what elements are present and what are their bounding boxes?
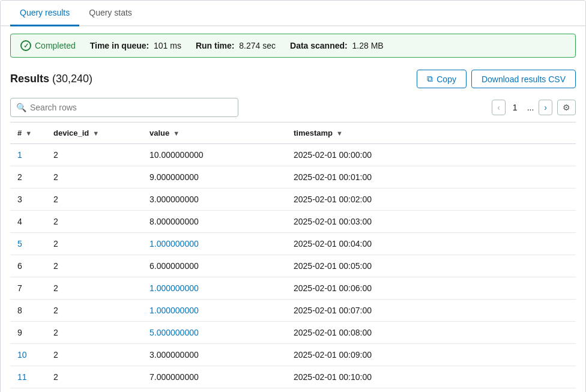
cell-device-id: 2 [46, 188, 142, 211]
sort-icon-device-id[interactable]: ▼ [92, 130, 99, 137]
run-time-label: Run time: [196, 41, 235, 50]
page-ellipsis: ... [525, 100, 537, 115]
data-scanned-value: 1.28 MB [352, 41, 384, 50]
value-link[interactable]: 5.000000000 [150, 328, 199, 337]
table-row: 2 2 9.000000000 2025-02-01 00:01:00 [10, 166, 576, 188]
value-link[interactable]: 1.000000000 [150, 239, 199, 249]
status-label: Completed [35, 41, 76, 50]
results-header: Results (30,240) ⧉ Copy Download results… [1, 65, 585, 93]
table-row: 1 2 10.000000000 2025-02-01 00:00:00 [10, 144, 576, 166]
table-row: 8 2 1.000000000 2025-02-01 00:07:00 [10, 300, 576, 322]
search-icon: 🔍 [16, 103, 26, 112]
sort-icon-hash[interactable]: ▼ [25, 130, 32, 137]
cell-timestamp: 2025-02-01 00:06:00 [286, 277, 576, 300]
search-input-wrap: 🔍 [10, 98, 238, 117]
cell-device-id: 2 [46, 322, 142, 344]
run-time-value: 8.274 sec [239, 41, 276, 50]
col-header-timestamp: timestamp ▼ [286, 122, 576, 144]
cell-value: 8.000000000 [142, 211, 286, 233]
cell-row-num: 6 [10, 255, 46, 277]
cell-value: 7.000000000 [142, 366, 286, 388]
search-bar: 🔍 ‹ 1 ... › ⚙ [1, 93, 585, 122]
cell-device-id: 2 [46, 366, 142, 388]
table-row: 11 2 7.000000000 2025-02-01 00:10:00 [10, 366, 576, 388]
cell-row-num: 3 [10, 188, 46, 211]
sort-icon-value[interactable]: ▼ [173, 130, 180, 137]
time-in-queue-label: Time in queue: [90, 41, 150, 50]
table-row: 9 2 5.000000000 2025-02-01 00:08:00 [10, 322, 576, 344]
table-row: 5 2 1.000000000 2025-02-01 00:04:00 [10, 233, 576, 255]
prev-page-button[interactable]: ‹ [492, 100, 506, 115]
col-header-hash: # ▼ [10, 122, 46, 144]
cell-device-id: 2 [46, 300, 142, 322]
cell-timestamp: 2025-02-01 00:08:00 [286, 322, 576, 344]
copy-button[interactable]: ⧉ Copy [417, 70, 467, 88]
copy-icon: ⧉ [427, 74, 433, 84]
cell-value: 3.000000000 [142, 344, 286, 366]
cell-row-num: 2 [10, 166, 46, 188]
download-csv-button[interactable]: Download results CSV [471, 70, 576, 88]
header-actions: ⧉ Copy Download results CSV [417, 70, 576, 88]
status-bar: Completed Time in queue: 101 ms Run time… [10, 34, 576, 58]
value-link[interactable]: 1.000000000 [150, 306, 199, 315]
cell-value: 1.000000000 [142, 233, 286, 255]
page-number: 1 [508, 100, 522, 115]
cell-timestamp: 2025-02-01 00:01:00 [286, 166, 576, 188]
col-header-value: value ▼ [142, 122, 286, 144]
cell-value: 3.000000000 [142, 188, 286, 211]
settings-button[interactable]: ⚙ [557, 100, 576, 115]
tabs-bar: Query results Query stats [1, 1, 585, 26]
table-row: 3 2 3.000000000 2025-02-01 00:02:00 [10, 188, 576, 211]
table-row: 6 2 6.000000000 2025-02-01 00:05:00 [10, 255, 576, 277]
data-scanned-label: Data scanned: [290, 41, 348, 50]
value-link[interactable]: 1.000000000 [150, 283, 199, 293]
cell-row-num: 11 [10, 366, 46, 388]
cell-device-id: 2 [46, 255, 142, 277]
search-input[interactable] [10, 98, 238, 117]
cell-row-num: 7 [10, 277, 46, 300]
results-count: (30,240) [52, 73, 92, 85]
cell-device-id: 2 [46, 166, 142, 188]
cell-row-num: 1 [10, 144, 46, 166]
cell-timestamp: 2025-02-01 00:02:00 [286, 188, 576, 211]
results-table: # ▼ device_id ▼ value ▼ [10, 122, 576, 388]
cell-device-id: 2 [46, 277, 142, 300]
sort-icon-timestamp[interactable]: ▼ [336, 130, 343, 137]
table-header-row: # ▼ device_id ▼ value ▼ [10, 122, 576, 144]
cell-device-id: 2 [46, 211, 142, 233]
row-num-link[interactable]: 1 [17, 150, 22, 160]
cell-value: 5.000000000 [142, 322, 286, 344]
table-wrap: # ▼ device_id ▼ value ▼ [1, 122, 585, 392]
cell-value: 9.000000000 [142, 166, 286, 188]
col-header-device-id: device_id ▼ [46, 122, 142, 144]
cell-device-id: 2 [46, 344, 142, 366]
cell-row-num: 4 [10, 211, 46, 233]
cell-row-num: 8 [10, 300, 46, 322]
next-page-button[interactable]: › [539, 100, 552, 115]
cell-row-num: 5 [10, 233, 46, 255]
cell-row-num: 10 [10, 344, 46, 366]
time-in-queue-value: 101 ms [154, 41, 181, 50]
row-num-link[interactable]: 5 [17, 239, 22, 249]
cell-value: 1.000000000 [142, 277, 286, 300]
cell-timestamp: 2025-02-01 00:10:00 [286, 366, 576, 388]
cell-timestamp: 2025-02-01 00:07:00 [286, 300, 576, 322]
run-time-stat: Run time: 8.274 sec [196, 41, 276, 50]
check-icon [20, 40, 31, 51]
cell-timestamp: 2025-02-01 00:03:00 [286, 211, 576, 233]
pagination: ‹ 1 ... › ⚙ [492, 100, 576, 115]
table-row: 10 2 3.000000000 2025-02-01 00:09:00 [10, 344, 576, 366]
table-row: 7 2 1.000000000 2025-02-01 00:06:00 [10, 277, 576, 300]
time-in-queue-stat: Time in queue: 101 ms [90, 41, 181, 50]
cell-timestamp: 2025-02-01 00:09:00 [286, 344, 576, 366]
cell-row-num: 9 [10, 322, 46, 344]
row-num-link[interactable]: 10 [17, 350, 27, 360]
cell-timestamp: 2025-02-01 00:05:00 [286, 255, 576, 277]
row-num-link[interactable]: 11 [17, 372, 27, 382]
cell-value: 1.000000000 [142, 300, 286, 322]
cell-timestamp: 2025-02-01 00:00:00 [286, 144, 576, 166]
data-scanned-stat: Data scanned: 1.28 MB [290, 41, 384, 50]
tab-query-results[interactable]: Query results [10, 1, 79, 26]
results-title: Results (30,240) [10, 73, 92, 85]
tab-query-stats[interactable]: Query stats [79, 1, 142, 26]
